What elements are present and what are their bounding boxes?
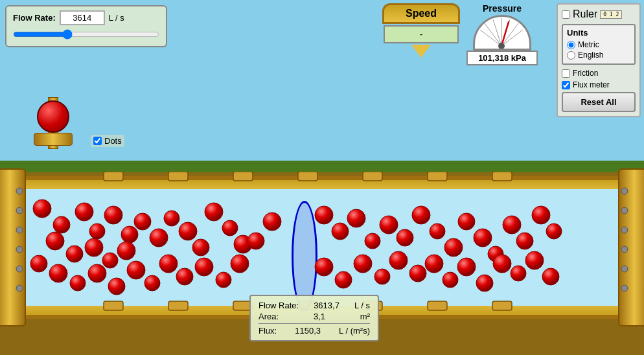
valve-base [34,133,73,146]
info-flux-value: 1150,3 [295,326,321,336]
valve[interactable] [34,97,73,201]
svg-line-96 [501,22,509,46]
svg-line-91 [493,19,501,46]
metric-label: Metric [578,40,599,49]
pipe-fluid [0,189,644,306]
pressure-label: Pressure [466,3,538,14]
info-box: Flow Rate: 3613,7 L / s Area: 3,1 m² Flu… [249,295,379,341]
info-flux-unit: L / (m²s) [339,326,370,336]
units-title: Units [567,28,630,38]
grass-strip [0,161,644,172]
speed-label: Speed [406,8,437,19]
dots-label: Dots [104,136,122,146]
flow-rate-unit: L / s [109,13,124,23]
info-area-unit: m² [360,312,370,321]
ruler-image: 0 1 2 [600,10,622,19]
speed-triangle [411,45,431,58]
valve-ball [37,100,69,133]
flux-meter-checkbox[interactable] [562,81,570,89]
ruler-checkbox[interactable] [562,10,570,19]
svg-line-89 [480,30,501,46]
flow-rate-panel: Flow Rate: L / s [5,5,167,47]
flow-rate-input[interactable] [60,10,105,25]
info-divider [259,323,370,324]
pressure-value: 101,318 kPa [466,51,538,65]
pipe-flange-right [618,168,644,326]
metric-radio[interactable] [567,41,575,49]
speed-value: - [384,25,459,43]
info-flux-label: Flux: [259,326,277,336]
pressure-gauge [473,15,531,51]
svg-line-90 [485,23,501,46]
info-flow-rate-label: Flow Rate: [259,301,299,310]
reset-all-button[interactable]: Reset All [562,92,636,112]
ruler-label: Ruler [573,8,597,20]
info-flow-rate-unit: L / s [354,301,370,310]
info-flow-rate-value: 3613,7 [314,301,339,310]
speed-box: Speed [382,3,460,24]
friction-label: Friction [573,69,598,78]
friction-checkbox[interactable] [562,69,570,78]
flux-meter-label: Flux meter [573,80,610,89]
info-area-value: 3,1 [314,312,325,321]
svg-point-97 [498,43,505,49]
english-radio[interactable] [567,51,575,60]
dots-checkbox[interactable] [93,137,102,145]
flow-rate-slider[interactable] [13,29,159,40]
pressure-panel: Pressure 101,318 kPa [466,3,538,65]
info-area-label: Area: [259,312,279,321]
speed-panel: Speed - [382,3,460,58]
pipe-flange-left [0,168,26,326]
english-label: English [578,51,603,60]
units-box: Units Metric English [562,24,636,65]
flow-rate-label: Flow Rate: [13,13,56,23]
dots-checkbox-row: Dots [91,135,124,147]
right-panel: Ruler 0 1 2 Units Metric English Frictio… [557,3,641,117]
